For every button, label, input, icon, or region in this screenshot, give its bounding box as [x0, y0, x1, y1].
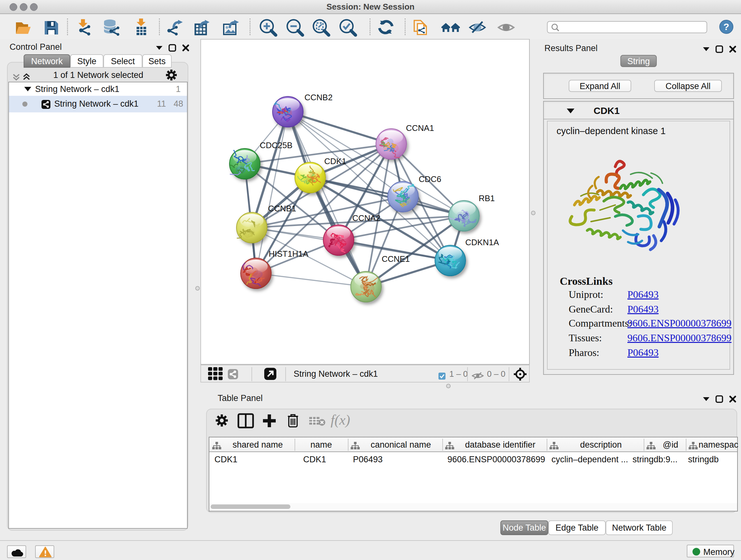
svg-text:?: ?: [724, 21, 729, 32]
